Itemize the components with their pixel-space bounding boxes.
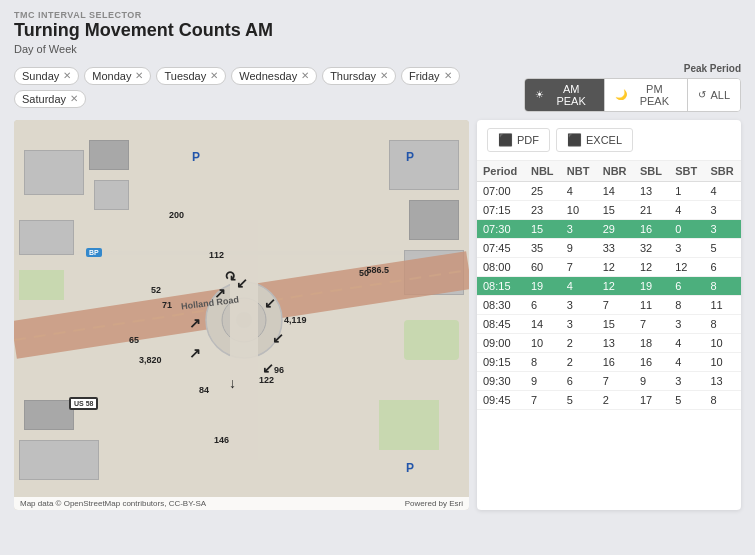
- cell-sbl: 16: [634, 219, 669, 238]
- cell-sbt: 3: [669, 238, 704, 257]
- building-5: [389, 140, 459, 190]
- num-200: 200: [169, 210, 184, 220]
- green-1: [19, 270, 64, 300]
- cell-sbt: 4: [669, 333, 704, 352]
- cell-period: 09:15: [477, 352, 525, 371]
- p-marker-3: P: [406, 461, 414, 475]
- day-label: Sunday: [22, 70, 59, 82]
- cell-sbr: 11: [704, 295, 741, 314]
- main-content: Holland Road 200 112 50 586.5 52 71 4,11…: [14, 120, 741, 510]
- remove-day-icon[interactable]: ✕: [70, 93, 78, 104]
- cell-sbr: 6: [704, 257, 741, 276]
- table-wrapper[interactable]: Period NBL NBT NBR SBL SBT SBR 07:00 25 …: [477, 161, 741, 510]
- page-container: TMC INTERVAL SELECTOR Turning Movement C…: [0, 0, 755, 555]
- all-button[interactable]: ↺ ALL: [688, 79, 740, 111]
- cell-sbr: 3: [704, 200, 741, 219]
- col-sbr: SBR: [704, 161, 741, 182]
- cell-period: 07:30: [477, 219, 525, 238]
- green-2: [404, 320, 459, 360]
- day-tag-tuesday: Tuesday✕: [156, 67, 226, 85]
- cell-sbt: 0: [669, 219, 704, 238]
- building-3: [94, 180, 129, 210]
- col-sbl: SBL: [634, 161, 669, 182]
- cell-sbt: 3: [669, 371, 704, 390]
- p-marker-1: P: [192, 150, 200, 164]
- pdf-button[interactable]: ⬛ PDF: [487, 128, 550, 152]
- am-peak-button[interactable]: ☀ AM PEAK: [525, 79, 605, 111]
- cell-nbt: 2: [561, 333, 597, 352]
- remove-day-icon[interactable]: ✕: [63, 70, 71, 81]
- day-label: Wednesday: [239, 70, 297, 82]
- cell-nbt: 7: [561, 257, 597, 276]
- remove-day-icon[interactable]: ✕: [210, 70, 218, 81]
- cell-nbl: 8: [525, 352, 561, 371]
- day-tag-thursday: Thursday✕: [322, 67, 396, 85]
- arrow-8: ↓: [229, 375, 236, 391]
- all-label: ALL: [710, 89, 730, 101]
- cell-nbr: 13: [597, 333, 634, 352]
- cell-sbr: 10: [704, 352, 741, 371]
- num-84: 84: [199, 385, 209, 395]
- data-table: Period NBL NBT NBR SBL SBT SBR 07:00 25 …: [477, 161, 741, 410]
- arrow-1: ↙: [236, 275, 248, 291]
- table-row: 07:45 35 9 33 32 3 5: [477, 238, 741, 257]
- page-title: Turning Movement Counts AM: [14, 20, 741, 42]
- table-row: 09:45 7 5 2 17 5 8: [477, 390, 741, 409]
- cell-sbt: 4: [669, 200, 704, 219]
- p-marker-2: P: [406, 150, 414, 164]
- cell-nbl: 7: [525, 390, 561, 409]
- cell-sbr: 8: [704, 390, 741, 409]
- cell-nbr: 12: [597, 257, 634, 276]
- pm-peak-button[interactable]: 🌙 PM PEAK: [605, 79, 688, 111]
- remove-day-icon[interactable]: ✕: [380, 70, 388, 81]
- day-tag-sunday: Sunday✕: [14, 67, 79, 85]
- day-tag-monday: Monday✕: [84, 67, 151, 85]
- cell-period: 07:45: [477, 238, 525, 257]
- day-tag-saturday: Saturday✕: [14, 90, 86, 108]
- remove-day-icon[interactable]: ✕: [444, 70, 452, 81]
- building-6: [409, 200, 459, 240]
- cell-nbl: 14: [525, 314, 561, 333]
- map-attribution: Map data © OpenStreetMap contributors, C…: [20, 499, 206, 508]
- gas-marker: BP: [86, 248, 102, 257]
- table-row: 07:15 23 10 15 21 4 3: [477, 200, 741, 219]
- cell-nbt: 4: [561, 181, 597, 200]
- data-panel: ⬛ PDF ⬛ EXCEL Period NBL NBT NBR: [477, 120, 741, 510]
- cell-sbt: 12: [669, 257, 704, 276]
- cell-nbr: 15: [597, 200, 634, 219]
- num-65: 65: [129, 335, 139, 345]
- arrow-3: ↙: [264, 295, 276, 311]
- table-header-row: Period NBL NBT NBR SBL SBT SBR: [477, 161, 741, 182]
- map-background: Holland Road 200 112 50 586.5 52 71 4,11…: [14, 120, 469, 510]
- cell-sbr: 3: [704, 219, 741, 238]
- num-112: 112: [209, 250, 224, 260]
- building-1: [24, 150, 84, 195]
- building-9: [24, 400, 74, 430]
- cell-sbl: 21: [634, 200, 669, 219]
- cell-sbt: 3: [669, 314, 704, 333]
- cell-period: 07:00: [477, 181, 525, 200]
- excel-button[interactable]: ⬛ EXCEL: [556, 128, 633, 152]
- cell-sbt: 6: [669, 276, 704, 295]
- map-powered-by: Powered by Esri: [405, 499, 463, 508]
- peak-label: Peak Period: [684, 63, 741, 74]
- building-2: [89, 140, 129, 170]
- cell-period: 08:45: [477, 314, 525, 333]
- remove-day-icon[interactable]: ✕: [301, 70, 309, 81]
- day-label: Friday: [409, 70, 440, 82]
- col-sbt: SBT: [669, 161, 704, 182]
- cell-period: 09:00: [477, 333, 525, 352]
- cell-period: 09:45: [477, 390, 525, 409]
- building-8: [19, 440, 99, 480]
- subtitle: Day of Week: [14, 43, 741, 55]
- num-52: 52: [151, 285, 161, 295]
- cell-sbt: 1: [669, 181, 704, 200]
- cell-nbr: 29: [597, 219, 634, 238]
- cell-sbl: 13: [634, 181, 669, 200]
- table-row: 08:15 19 4 12 19 6 8: [477, 276, 741, 295]
- cell-nbt: 4: [561, 276, 597, 295]
- cell-nbt: 5: [561, 390, 597, 409]
- cell-nbl: 25: [525, 181, 561, 200]
- arrow-4: ↗: [189, 315, 201, 331]
- remove-day-icon[interactable]: ✕: [135, 70, 143, 81]
